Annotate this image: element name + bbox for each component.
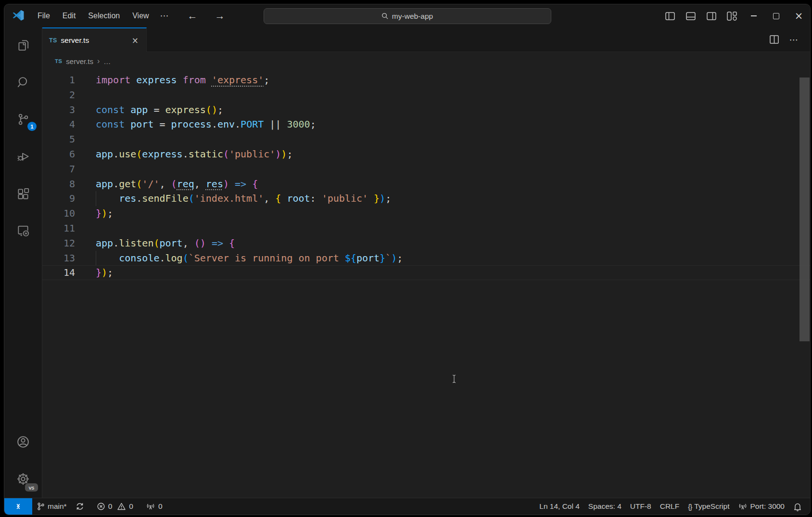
line-number: 1 bbox=[42, 73, 75, 88]
code-text: }); bbox=[75, 265, 113, 280]
line-number: 9 bbox=[42, 191, 75, 206]
cursor-position[interactable]: Ln 14, Col 4 bbox=[535, 498, 584, 515]
accounts-button[interactable] bbox=[11, 430, 35, 454]
code-line-1[interactable]: 1import express from 'express'; bbox=[42, 73, 810, 88]
more-actions-icon: ⋯ bbox=[789, 34, 799, 45]
toggle-primary-sidebar-button[interactable] bbox=[660, 4, 680, 27]
chevron-right-icon: › bbox=[97, 57, 100, 65]
menu-edit[interactable]: Edit bbox=[56, 9, 82, 23]
search-value: my-web-app bbox=[392, 12, 433, 21]
code-line-5[interactable]: 5 bbox=[42, 132, 810, 147]
code-line-7[interactable]: 7 bbox=[42, 162, 810, 177]
typescript-file-icon: TS bbox=[49, 37, 57, 44]
close-icon: × bbox=[795, 11, 803, 21]
line-number: 5 bbox=[42, 132, 75, 147]
menu-more-icon[interactable]: ⋯ bbox=[155, 8, 174, 24]
code-text: const app = express(); bbox=[75, 103, 223, 117]
code-line-3[interactable]: 3const app = express(); bbox=[42, 103, 810, 117]
port-forward-indicator[interactable]: Port: 3000 bbox=[734, 498, 789, 515]
line-number: 2 bbox=[42, 88, 75, 103]
indentation-indicator[interactable]: Spaces: 4 bbox=[584, 498, 626, 515]
code-text bbox=[75, 162, 96, 177]
sync-button[interactable] bbox=[71, 498, 89, 515]
code-line-13[interactable]: 13 console.log(`Server is running on por… bbox=[42, 251, 810, 266]
command-center-search[interactable]: my-web-app bbox=[264, 8, 551, 24]
code-line-2[interactable]: 2 bbox=[42, 88, 810, 103]
close-button[interactable]: × bbox=[787, 4, 810, 27]
language-indicator[interactable]: {} TypeScript bbox=[684, 498, 734, 515]
files-icon bbox=[16, 38, 30, 52]
toggle-panel-button[interactable] bbox=[680, 4, 701, 27]
split-editor-button[interactable] bbox=[765, 31, 783, 48]
activity-source-control-button[interactable]: 1 bbox=[11, 107, 35, 131]
line-number: 12 bbox=[42, 236, 75, 251]
back-icon[interactable]: ← bbox=[185, 10, 201, 22]
indentation-label: Spaces: 4 bbox=[588, 502, 622, 511]
customize-layout-button[interactable] bbox=[722, 4, 742, 27]
ports-indicator[interactable]: 0 bbox=[141, 498, 167, 515]
sync-icon bbox=[76, 502, 84, 511]
activity-extensions-button[interactable] bbox=[11, 181, 35, 206]
line-number: 14 bbox=[42, 265, 75, 280]
vscode-window: File Edit Selection View ⋯ ← → my-web-ap… bbox=[4, 4, 811, 515]
warning-count: 0 bbox=[129, 502, 133, 511]
code-line-14[interactable]: 14}); bbox=[42, 265, 810, 280]
toggle-secondary-sidebar-button[interactable] bbox=[701, 4, 722, 27]
error-icon bbox=[97, 502, 105, 511]
line-number: 11 bbox=[42, 221, 75, 236]
remote-indicator[interactable] bbox=[4, 498, 32, 515]
forward-icon[interactable]: → bbox=[212, 10, 228, 22]
activity-explorer-button[interactable] bbox=[11, 33, 35, 57]
code-line-8[interactable]: 8app.get('/', (req, res) => { bbox=[42, 177, 810, 192]
line-number: 10 bbox=[42, 206, 75, 221]
port-forward-label: Port: 3000 bbox=[750, 502, 785, 511]
activity-remote-explorer-button[interactable] bbox=[11, 219, 35, 243]
vertical-scrollbar[interactable] bbox=[799, 78, 810, 341]
code-text: import express from 'express'; bbox=[75, 73, 269, 88]
editor-more-actions-button[interactable]: ⋯ bbox=[785, 31, 803, 48]
warning-icon bbox=[117, 502, 126, 511]
minimize-icon bbox=[751, 15, 757, 16]
encoding-indicator[interactable]: UTF-8 bbox=[626, 498, 656, 515]
radio-tower-icon bbox=[146, 502, 155, 511]
minimize-button[interactable] bbox=[742, 4, 765, 27]
code-line-10[interactable]: 10}); bbox=[42, 206, 810, 221]
breadcrumb-file[interactable]: server.ts bbox=[66, 57, 93, 65]
code-text bbox=[75, 132, 96, 147]
code-line-6[interactable]: 6app.use(express.static('public')); bbox=[42, 147, 810, 162]
tab-server-ts[interactable]: TS server.ts × bbox=[42, 27, 147, 52]
settings-button[interactable]: vs bbox=[11, 467, 35, 491]
line-number: 3 bbox=[42, 103, 75, 117]
ports-count: 0 bbox=[158, 502, 163, 511]
code-text: console.log(`Server is running on port $… bbox=[75, 251, 403, 266]
eol-indicator[interactable]: CRLF bbox=[656, 498, 684, 515]
problems-indicator[interactable]: 0 0 bbox=[92, 498, 138, 515]
notifications-button[interactable] bbox=[789, 498, 806, 515]
code-line-4[interactable]: 4const port = process.env.PORT || 3000; bbox=[42, 117, 810, 132]
search-icon bbox=[381, 13, 389, 20]
maximize-button[interactable] bbox=[765, 4, 787, 27]
breadcrumb-symbol[interactable]: … bbox=[103, 57, 111, 65]
source-control-badge: 1 bbox=[27, 122, 37, 131]
menu-selection[interactable]: Selection bbox=[82, 9, 126, 23]
line-number: 8 bbox=[42, 177, 75, 192]
activity-bar: 1 bbox=[4, 27, 42, 498]
activity-run-debug-button[interactable] bbox=[11, 144, 35, 168]
maximize-icon bbox=[773, 13, 779, 19]
activity-search-button[interactable] bbox=[11, 70, 35, 94]
bell-icon bbox=[793, 502, 802, 511]
menu-view[interactable]: View bbox=[126, 9, 155, 23]
branch-indicator[interactable]: main* bbox=[32, 498, 71, 515]
code-line-11[interactable]: 11 bbox=[42, 221, 810, 236]
code-text: app.get('/', (req, res) => { bbox=[75, 177, 258, 192]
code-line-12[interactable]: 12app.listen(port, () => { bbox=[42, 236, 810, 251]
code-line-9[interactable]: 9 res.sendFile('index.html', { root: 'pu… bbox=[42, 191, 810, 206]
menu-file[interactable]: File bbox=[31, 9, 56, 23]
code-editor[interactable]: 1import express from 'express';23const a… bbox=[42, 70, 810, 498]
line-number: 4 bbox=[42, 117, 75, 132]
code-text bbox=[75, 221, 96, 236]
cursor-position-label: Ln 14, Col 4 bbox=[539, 502, 580, 511]
code-lines: 1import express from 'express';23const a… bbox=[42, 70, 810, 280]
tab-close-icon[interactable]: × bbox=[129, 35, 141, 46]
account-icon bbox=[15, 434, 31, 450]
